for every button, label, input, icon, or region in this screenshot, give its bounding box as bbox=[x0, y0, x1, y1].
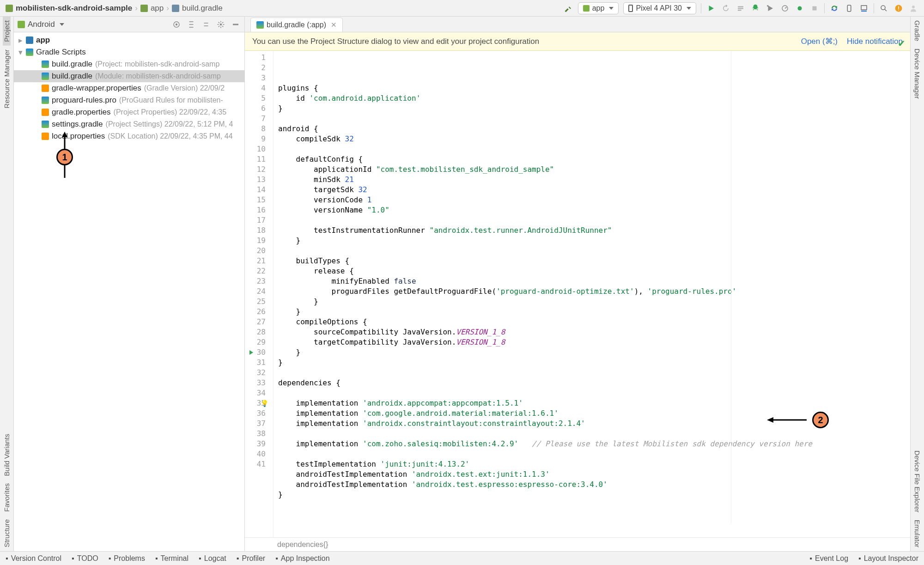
code-line[interactable] bbox=[278, 246, 910, 256]
update-icon[interactable] bbox=[894, 3, 904, 13]
code-line[interactable] bbox=[278, 144, 910, 154]
run-icon[interactable] bbox=[706, 3, 716, 13]
tree-item[interactable]: gradle-wrapper.properties (Gradle Versio… bbox=[14, 82, 244, 94]
code-line[interactable] bbox=[278, 368, 910, 378]
code-line[interactable]: versionName "1.0" bbox=[278, 205, 910, 215]
code-line[interactable]: release { bbox=[278, 266, 910, 276]
code-line[interactable]: testImplementation 'junit:junit:4.13.2' bbox=[278, 459, 910, 469]
statusbar-item[interactable]: ▪Logcat bbox=[199, 554, 226, 563]
code-line[interactable]: } bbox=[278, 358, 910, 368]
coverage-icon[interactable] bbox=[765, 3, 775, 13]
code-line[interactable]: applicationId "com.test.mobilisten_sdk_a… bbox=[278, 164, 910, 175]
tree-item[interactable]: ▾Gradle Scripts bbox=[14, 46, 244, 58]
code-line[interactable]: targetCompatibility JavaVersion.VERSION_… bbox=[278, 337, 910, 347]
code-line[interactable] bbox=[278, 215, 910, 225]
breadcrumb-project[interactable]: mobilisten-sdk-android-sample bbox=[16, 4, 132, 13]
code-editor[interactable]: 1234567891011121314151617181920212223242… bbox=[245, 51, 910, 537]
code-line[interactable]: androidTestImplementation 'androidx.test… bbox=[278, 469, 910, 480]
statusbar-item[interactable]: ▪Profiler bbox=[237, 554, 265, 563]
code-line[interactable]: minSdk 21 bbox=[278, 175, 910, 185]
code-line[interactable]: } bbox=[278, 307, 910, 317]
code-line[interactable]: dependencies { bbox=[278, 378, 910, 388]
code-line[interactable] bbox=[278, 388, 910, 398]
tool-window-tab[interactable]: Emulator bbox=[913, 516, 921, 551]
editor-gutter[interactable]: 1234567891011121314151617181920212223242… bbox=[245, 51, 274, 537]
statusbar-item[interactable]: ▪Version Control bbox=[6, 554, 61, 563]
expand-arrow-icon[interactable]: ▸ bbox=[18, 36, 23, 45]
code-line[interactable]: targetSdk 32 bbox=[278, 185, 910, 195]
code-line[interactable]: compileOptions { bbox=[278, 317, 910, 327]
editor-tab[interactable]: build.gradle (:app) ✕ bbox=[250, 18, 343, 32]
code-line[interactable]: } bbox=[278, 490, 910, 500]
tree-item[interactable]: build.gradle (Module: mobilisten-sdk-and… bbox=[14, 70, 244, 82]
code-line[interactable] bbox=[278, 429, 910, 439]
tool-window-tab[interactable]: Favorites bbox=[3, 480, 11, 516]
tree-item[interactable]: ▸app bbox=[14, 34, 244, 46]
code-line[interactable]: } bbox=[278, 236, 910, 246]
code-line[interactable]: sourceCompatibility JavaVersion.VERSION_… bbox=[278, 327, 910, 337]
banner-hide-link[interactable]: Hide notification bbox=[847, 37, 903, 46]
sync-icon[interactable] bbox=[829, 3, 839, 13]
device-selector[interactable]: Pixel 4 API 30 bbox=[623, 2, 696, 14]
apply-changes-icon[interactable] bbox=[721, 3, 731, 13]
project-tree[interactable]: 1 ▸app▾Gradle Scriptsbuild.gradle (Proje… bbox=[14, 32, 244, 551]
tool-window-tab[interactable]: Device File Explorer bbox=[913, 447, 921, 516]
stop-icon[interactable] bbox=[809, 3, 820, 13]
collapse-all-icon[interactable] bbox=[201, 19, 211, 30]
statusbar-item[interactable]: ▪Problems bbox=[109, 554, 145, 563]
avd-manager-icon[interactable] bbox=[844, 3, 854, 13]
code-line[interactable]: plugins { bbox=[278, 83, 910, 93]
tool-window-tab[interactable]: Project bbox=[3, 17, 11, 46]
breadcrumb-module[interactable]: app bbox=[151, 4, 164, 13]
breadcrumb-file[interactable]: build.gradle bbox=[182, 4, 223, 13]
code-line[interactable]: testInstrumentationRunner "androidx.test… bbox=[278, 225, 910, 236]
apply-code-changes-icon[interactable] bbox=[736, 3, 746, 13]
run-config-selector[interactable]: app bbox=[578, 2, 619, 14]
code-line[interactable]: implementation 'androidx.appcompat:appco… bbox=[278, 398, 910, 408]
tree-item[interactable]: local.properties (SDK Location) 22/09/22… bbox=[14, 130, 244, 142]
code-line[interactable]: } bbox=[278, 347, 910, 358]
attach-debugger-icon[interactable] bbox=[795, 3, 805, 13]
code-line[interactable]: proguardFiles getDefaultProguardFile('pr… bbox=[278, 286, 910, 297]
code-line[interactable]: androidTestImplementation 'androidx.test… bbox=[278, 480, 910, 490]
search-icon[interactable] bbox=[879, 3, 889, 13]
banner-open-link[interactable]: Open (⌘;) bbox=[801, 36, 838, 46]
code-line[interactable]: implementation 'com.google.android.mater… bbox=[278, 408, 910, 419]
debug-icon[interactable] bbox=[750, 3, 760, 13]
editor-breadcrumb[interactable]: dependencies{} bbox=[245, 537, 910, 551]
expand-all-icon[interactable] bbox=[186, 19, 196, 30]
code-line[interactable] bbox=[278, 114, 910, 124]
statusbar-item[interactable]: ▪TODO bbox=[72, 554, 98, 563]
tree-item[interactable]: proguard-rules.pro (ProGuard Rules for m… bbox=[14, 94, 244, 106]
code-line[interactable]: defaultConfig { bbox=[278, 154, 910, 164]
code-line[interactable]: } bbox=[278, 103, 910, 114]
code-line[interactable]: minifyEnabled false bbox=[278, 276, 910, 286]
inspection-ok-icon[interactable]: ✔ bbox=[898, 38, 906, 49]
code-line[interactable]: implementation 'com.zoho.salesiq:mobilis… bbox=[278, 439, 910, 449]
profile-icon[interactable] bbox=[780, 3, 790, 13]
tree-item[interactable]: gradle.properties (Project Properties) 2… bbox=[14, 106, 244, 118]
code-line[interactable]: } bbox=[278, 297, 910, 307]
tool-window-tab[interactable]: Resource Manager bbox=[3, 46, 11, 112]
avatar-icon[interactable] bbox=[908, 3, 918, 13]
expand-arrow-icon[interactable]: ▾ bbox=[18, 48, 23, 57]
code-line[interactable]: buildTypes { bbox=[278, 256, 910, 266]
statusbar-item[interactable]: ▪Layout Inspector bbox=[858, 554, 918, 563]
project-view-mode[interactable]: Android bbox=[28, 20, 55, 29]
statusbar-item[interactable]: ▪Event Log bbox=[809, 554, 848, 563]
tree-item[interactable]: settings.gradle (Project Settings) 22/09… bbox=[14, 118, 244, 130]
code-line[interactable] bbox=[278, 449, 910, 459]
code-content[interactable]: plugins { id 'com.android.application'} … bbox=[274, 51, 910, 537]
sdk-manager-icon[interactable] bbox=[859, 3, 869, 13]
tool-window-tab[interactable]: Device Manager bbox=[913, 45, 921, 103]
statusbar-item[interactable]: ▪App Inspection bbox=[275, 554, 330, 563]
code-line[interactable]: compileSdk 32 bbox=[278, 134, 910, 144]
tool-window-tab[interactable]: Build Variants bbox=[3, 430, 11, 480]
select-opened-file-icon[interactable] bbox=[171, 19, 182, 30]
hide-icon[interactable] bbox=[231, 19, 241, 30]
tool-window-tab[interactable]: Structure bbox=[3, 516, 11, 551]
statusbar-item[interactable]: ▪Terminal bbox=[155, 554, 188, 563]
code-line[interactable]: android { bbox=[278, 124, 910, 134]
tool-window-tab[interactable]: Gradle bbox=[913, 17, 921, 45]
caret-down-icon[interactable] bbox=[60, 23, 64, 26]
